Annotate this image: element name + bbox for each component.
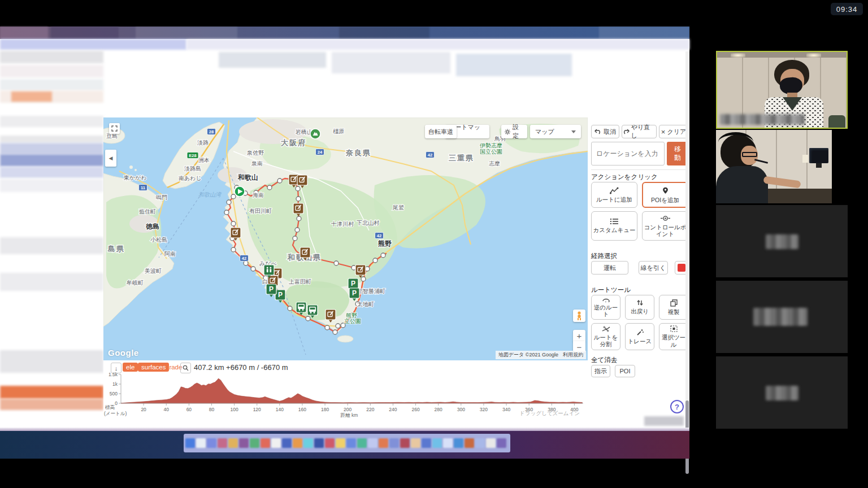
taskbar-icon-blurred[interactable] — [185, 438, 195, 448]
draw-line-button[interactable]: 線を引く — [639, 261, 668, 274]
taskbar-icon-blurred[interactable] — [475, 438, 485, 448]
bike-path-label: 自転車道 — [428, 128, 453, 136]
blurred-content — [0, 179, 103, 192]
fullscreen-button[interactable] — [109, 123, 120, 134]
svg-text:泉南: 泉南 — [251, 160, 263, 167]
page-scrollbar-track[interactable] — [685, 51, 689, 440]
taskbar-icon-blurred[interactable] — [389, 438, 399, 448]
pegman-icon — [576, 311, 583, 320]
pegman-streetview[interactable] — [573, 310, 585, 322]
erase-directions-button[interactable]: 指示 — [591, 365, 610, 377]
drive-mode-button[interactable]: 運転 — [591, 261, 628, 274]
select-tool-button[interactable]: 選択ツール — [659, 323, 688, 350]
taskbar-icon-blurred[interactable] — [357, 438, 367, 448]
taskbar-icon-blurred[interactable] — [228, 438, 238, 448]
svg-text:和歌山: 和歌山 — [237, 173, 258, 181]
taskbar-icon-blurred[interactable] — [400, 438, 410, 448]
color-chip — [678, 264, 685, 272]
participant-tile-3-camera-off[interactable] — [716, 205, 848, 277]
tab-grade[interactable]: grade — [166, 364, 182, 371]
trace-button[interactable]: トレース — [625, 323, 654, 350]
blurred-content — [0, 273, 103, 291]
taskbar-icon-blurred[interactable] — [218, 438, 227, 448]
taskbar-icon-blurred[interactable] — [432, 438, 442, 448]
taskbar-icon-blurred[interactable] — [336, 438, 345, 448]
taskbar-icon-blurred[interactable] — [314, 438, 324, 448]
taskbar-icon-blurred[interactable] — [282, 438, 292, 448]
svg-text:熊野: 熊野 — [378, 239, 392, 247]
map-type-dropdown[interactable]: マップ — [530, 125, 581, 138]
terms-link[interactable]: 利用規約 — [563, 351, 583, 359]
control-point-label: コントロールポイント — [644, 224, 687, 237]
location-input[interactable] — [591, 142, 665, 165]
bike-path-button[interactable]: 自転車道 — [425, 125, 457, 138]
split-label: ルートを分割 — [593, 334, 619, 347]
svg-text:300: 300 — [457, 407, 465, 412]
help-button[interactable]: ? — [670, 400, 684, 413]
clear-button[interactable]: × クリア — [659, 125, 688, 138]
svg-text:0: 0 — [115, 400, 118, 406]
taskbar-icon-blurred[interactable] — [261, 438, 270, 448]
taskbar-icon-blurred[interactable] — [325, 438, 335, 448]
svg-text:1.5k: 1.5k — [108, 372, 118, 377]
taskbar-icon-blurred[interactable] — [271, 438, 281, 448]
tab-ele[interactable]: ele — [123, 363, 138, 372]
taskbar-icon-blurred[interactable] — [196, 438, 206, 448]
erase-poi-button[interactable]: POI — [615, 365, 635, 377]
custom-cue-button[interactable]: カスタムキュー — [591, 211, 637, 241]
participant-tile-4-camera-off[interactable] — [716, 281, 848, 353]
gear-icon — [505, 129, 510, 135]
taskbar-icon-blurred[interactable] — [303, 438, 313, 448]
svg-text:立公園: 立公園 — [344, 318, 361, 324]
route-line-icon — [610, 187, 619, 194]
taskbar-icon-blurred[interactable] — [465, 438, 474, 448]
blurred-content — [0, 51, 103, 63]
participant-video-2[interactable] — [716, 130, 848, 203]
blurred-content — [0, 237, 103, 254]
taskbar-icon-blurred[interactable] — [239, 438, 249, 448]
map-settings-button[interactable]: 設定 — [501, 125, 527, 138]
taskbar-icon-blurred[interactable] — [368, 438, 377, 448]
taskbar-blurred[interactable] — [184, 434, 510, 452]
add-to-route-button[interactable]: ルートに追加 — [591, 182, 637, 208]
participant-tile-5-camera-off[interactable] — [716, 356, 848, 429]
svg-text:280: 280 — [435, 407, 442, 412]
taskbar-icon-blurred[interactable] — [411, 438, 420, 448]
taskbar-icon-blurred[interactable] — [379, 438, 388, 448]
control-point-button[interactable]: コントロールポイント — [642, 211, 688, 241]
undo-button[interactable]: 取消 — [591, 125, 619, 138]
reverse-route-button[interactable]: 逆のルート — [591, 295, 620, 320]
zoom-in-button[interactable]: + — [573, 330, 585, 342]
taskbar-icon-blurred[interactable] — [250, 438, 259, 448]
route-map[interactable]: 大阪府泉佐野泉南岩橋山橿原奈良県三重県伊勢志摩国立公園志摩鳥羽和歌山海南有田川町… — [103, 117, 588, 360]
taskbar-icon-blurred[interactable] — [207, 438, 216, 448]
taskbar-icon-blurred[interactable] — [346, 438, 356, 448]
svg-text:E28: E28 — [189, 153, 196, 158]
svg-text:伊勢志摩: 伊勢志摩 — [479, 142, 502, 149]
taskbar-icon-blurred[interactable] — [497, 438, 506, 448]
taskbar-icon-blurred[interactable] — [293, 438, 302, 448]
svg-text:P: P — [278, 291, 283, 299]
svg-text:橿原: 橿原 — [333, 128, 344, 134]
out-and-back-button[interactable]: 出戻り — [625, 295, 654, 320]
participant-video-1-active-speaker[interactable] — [716, 51, 848, 129]
tab-surfaces[interactable]: surfaces — [138, 363, 169, 372]
collapse-panel-button[interactable]: ◀ — [105, 150, 116, 167]
elevation-plot[interactable]: 05001k1.5k204060801001201401601802002202… — [103, 372, 588, 425]
duplicate-button[interactable]: 複製 — [659, 295, 688, 320]
svg-text:藍住町: 藍住町 — [139, 208, 156, 215]
redo-button[interactable]: やり直し — [622, 125, 657, 138]
svg-text:阿南: 阿南 — [164, 251, 176, 257]
split-route-button[interactable]: ルートを分割 — [591, 323, 620, 350]
add-poi-button[interactable]: POIを追加 — [642, 182, 688, 208]
taskbar-icon-blurred[interactable] — [443, 438, 453, 448]
video-frame — [716, 130, 832, 203]
taskbar-icon-blurred[interactable] — [486, 438, 496, 448]
svg-text:11: 11 — [141, 185, 145, 190]
plus-icon: + — [577, 331, 582, 341]
taskbar-icon-blurred[interactable] — [422, 438, 431, 448]
svg-text:500: 500 — [110, 391, 118, 396]
taskbar-icon-blurred[interactable] — [454, 438, 463, 448]
elevation-chart: ↓ ele surfaces grade 407.2 km +6670 m / … — [103, 360, 588, 427]
svg-text:160: 160 — [298, 407, 306, 412]
